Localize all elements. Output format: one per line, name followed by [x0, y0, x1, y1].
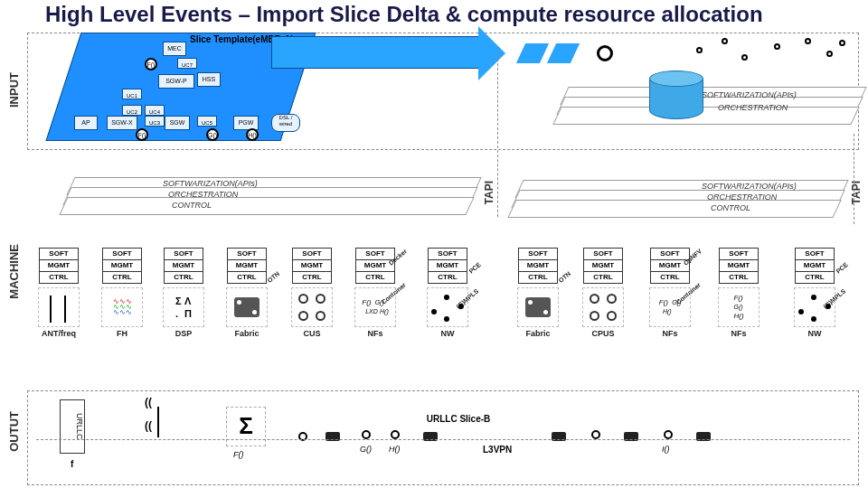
cpus-icon [582, 287, 624, 327]
h0: H() [733, 312, 743, 320]
cell-ctrl: CTRL [719, 271, 759, 284]
dash-connector [854, 134, 854, 224]
soft-text: SOFTWARIZATION(APIs) [702, 182, 797, 191]
output-f-label: f [71, 459, 73, 469]
func-f1: F() [136, 128, 148, 141]
res-col-nw: SOFT MGMT CTRL PCE (G)MPLS NW [421, 249, 474, 338]
nf-h0: H() [663, 308, 672, 314]
urllc-slice-b-label: URLLC Slice-B [407, 414, 510, 428]
node-dsl-wired: DSL / wired [271, 114, 300, 132]
cell-mgmt: MGMT [795, 259, 835, 272]
res-label: Fabric [525, 329, 550, 338]
g0: G() [733, 304, 742, 310]
cus-icon [291, 287, 333, 327]
node-mec: MEC [163, 42, 186, 56]
nf-func-icon: F() G() LXD H() [354, 287, 396, 327]
cell-ctrl: CTRL [795, 271, 835, 284]
node-hss: HSS [197, 72, 221, 87]
delta-node [597, 45, 613, 61]
nf-g0: G() [672, 299, 681, 305]
output-antenna-icon: (( (( [145, 396, 186, 450]
cell-mgmt: MGMT [227, 259, 267, 272]
res-col-cus: SOFT MGMT CTRL CUS [286, 249, 338, 338]
nw-graph-icon [427, 287, 468, 327]
res-label: NFs [662, 329, 677, 338]
output-node [664, 430, 673, 439]
res-col-fabric-2: SOFT MGMT CTRL OTN Fabric [512, 249, 564, 338]
cell-ctrl: CTRL [227, 271, 267, 284]
orch-text: ORCHESTRATION [707, 192, 777, 202]
side-otn: OTN [267, 270, 281, 284]
nf-f0: F() [659, 298, 668, 306]
database-icon [649, 70, 703, 123]
soft-stack-top-right: SOFTWARIZATION(APIs) ORCHESTRATION [557, 87, 855, 127]
res-col-nfs: SOFT MGMT CTRL Docker Container F() G() … [349, 249, 401, 338]
link-uc4: UC4 [145, 105, 165, 116]
output-node [591, 430, 600, 439]
orch-text: ORCHESTRATION [168, 190, 238, 199]
res-col-cpus: SOFT MGMT CTRL CPUS [577, 249, 629, 338]
cell-soft: SOFT [102, 248, 142, 260]
cell-soft: SOFT [583, 248, 623, 260]
output-i0: I() [662, 445, 670, 454]
cell-ctrl: CTRL [650, 271, 690, 284]
cell-ctrl: CTRL [164, 271, 203, 284]
cell-soft: SOFT [39, 248, 79, 260]
cell-mgmt: MGMT [39, 259, 79, 272]
nw-graph-icon [794, 287, 835, 327]
output-f0: F() [233, 450, 244, 459]
cell-mgmt: MGMT [518, 259, 558, 272]
output-node [362, 430, 371, 439]
node-sgw: SGW [165, 116, 190, 130]
input-label: INPUT [7, 72, 21, 108]
cell-ctrl: CTRL [355, 271, 395, 284]
output-chain-line [36, 439, 850, 440]
cell-mgmt: MGMT [428, 259, 467, 272]
side-pce: PCE [467, 261, 482, 275]
cell-ctrl: CTRL [583, 271, 623, 284]
urllc-box: URLLC [60, 399, 85, 454]
fabric-icon [517, 287, 559, 327]
wave-icon: (( [145, 419, 152, 432]
cell-ctrl: CTRL [518, 271, 558, 284]
res-col-extra: SOFT MGMT CTRL F() G() H() NFs [712, 249, 765, 338]
res-label: CUS [303, 329, 320, 338]
node-ap: AP [74, 116, 98, 130]
machine-label: MACHINE [7, 244, 21, 299]
res-col-fh: SOFT MGMT CTRL ∿∿∿∿∿∿∿∿∿ FH [96, 249, 148, 338]
res-label: NFs [367, 329, 382, 338]
res-col-dsp: SOFT MGMT CTRL ΣΛ.Π DSP [157, 249, 210, 338]
cell-mgmt: MGMT [102, 259, 142, 272]
f0: F() [733, 294, 742, 302]
cell-soft: SOFT [719, 248, 759, 260]
output-g0: G() [360, 445, 372, 454]
link-uc3: UC3 [145, 116, 165, 127]
cell-soft: SOFT [795, 248, 835, 260]
tapi-label-2: TAPI [850, 181, 863, 204]
nf-func-icon: F() G() H() [649, 287, 691, 327]
res-col-nw-2: SOFT MGMT CTRL PCE (G)MPLS NW [788, 249, 841, 338]
cell-ctrl: CTRL [39, 271, 79, 284]
soft-stack-right: SOFTWARIZATION(APIs) ORCHESTRATION CONTR… [512, 180, 837, 220]
ctrl-text: CONTROL [172, 201, 212, 210]
link-uc1: UC1 [122, 89, 142, 99]
soft-stack-left: SOFTWARIZATION(APIs) ORCHESTRATION CONTR… [63, 177, 470, 217]
cell-mgmt: MGMT [164, 259, 203, 272]
output-sigma-icon: Σ [226, 407, 266, 446]
l3vpn-label: L3VPN [483, 445, 512, 455]
res-label: NFs [731, 329, 746, 338]
orch-text: ORCHESTRATION [718, 103, 788, 112]
cell-ctrl: CTRL [292, 271, 332, 284]
node-sgw-x: SGW-X [107, 116, 137, 130]
cell-soft: SOFT [355, 248, 395, 260]
cell-soft: SOFT [518, 248, 558, 260]
page-title: High Level Events – Import Slice Delta &… [45, 2, 763, 27]
output-node [391, 430, 400, 439]
cell-soft: SOFT [164, 248, 203, 260]
nf-f0: F() [362, 298, 371, 306]
side-pce: PCE [835, 261, 849, 275]
res-col-nfs-2: SOFT MGMT CTRL OpNFV Container F() G() H… [644, 249, 696, 338]
res-label: NW [441, 329, 455, 338]
nf-g0: G() [375, 299, 384, 305]
nf-h0: H() [380, 308, 389, 314]
